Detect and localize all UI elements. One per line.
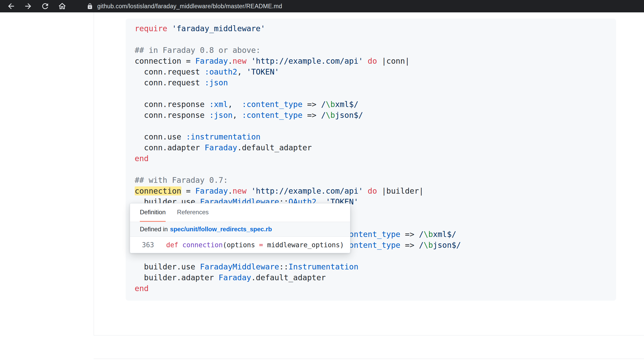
section-divider <box>94 359 644 359</box>
code-block: require 'faraday_middleware' ## in Farad… <box>126 19 616 301</box>
code-line <box>135 34 608 45</box>
reload-icon[interactable] <box>41 2 50 11</box>
code-line: conn.response :xml, :content_type => /\b… <box>135 99 608 110</box>
defined-in-label: Defined in <box>140 226 168 233</box>
popup-result-code: def connection(options = middleware_opti… <box>166 241 344 249</box>
lock-icon <box>87 3 93 10</box>
code-line: conn.request :json <box>135 77 608 88</box>
code-line: require 'faraday_middleware' <box>135 23 608 34</box>
code-line: builder.adapter Faraday.default_adapter <box>135 272 608 283</box>
definition-result-row[interactable]: 363 def connection(options = middleware_… <box>130 237 350 253</box>
code-line: conn.response :json, :content_type => /\… <box>135 110 608 121</box>
popup-tab-bar: Definition References <box>130 203 350 222</box>
code-line: conn.use :instrumentation <box>135 131 608 142</box>
tab-definition[interactable]: Definition <box>140 203 166 222</box>
back-icon[interactable] <box>7 2 15 11</box>
code-line: ## in Faraday 0.8 or above: <box>135 45 608 56</box>
result-line-number: 363 <box>130 241 166 249</box>
defined-in-row: Defined in spec/unit/follow_redirects_sp… <box>130 222 350 237</box>
code-line: conn.request :oauth2, 'TOKEN' <box>135 67 608 77</box>
code-line: connection = Faraday.new 'http://example… <box>135 186 608 196</box>
code-line: end <box>135 153 608 164</box>
code-line <box>135 164 608 175</box>
code-line: builder.use FaradayMiddleware::Instrumen… <box>135 261 608 272</box>
home-icon[interactable] <box>58 2 67 11</box>
tab-references[interactable]: References <box>177 203 209 222</box>
url-bar[interactable]: github.com/lostisland/faraday_middleware… <box>97 3 282 10</box>
browser-toolbar: github.com/lostisland/faraday_middleware… <box>0 0 644 12</box>
code-line: end <box>135 283 608 294</box>
code-line: conn.adapter Faraday.default_adapter <box>135 142 608 153</box>
code-line <box>135 88 608 99</box>
code-nav-popup: Definition References Defined in spec/un… <box>130 203 350 253</box>
forward-icon[interactable] <box>24 2 33 11</box>
code-line <box>135 121 608 131</box>
highlighted-token[interactable]: connection <box>135 186 181 195</box>
code-line: connection = Faraday.new 'http://example… <box>135 56 608 67</box>
code-line: ## with Faraday 0.7: <box>135 175 608 186</box>
defined-in-file-link[interactable]: spec/unit/follow_redirects_spec.rb <box>170 226 272 233</box>
